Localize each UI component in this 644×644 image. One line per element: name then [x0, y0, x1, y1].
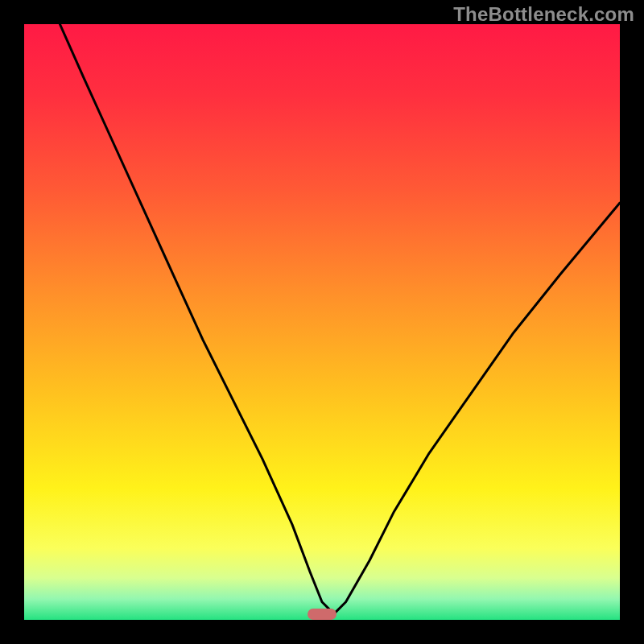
bottleneck-curve	[24, 24, 620, 620]
plot-area	[24, 24, 620, 620]
curve-path	[60, 24, 620, 614]
optimal-marker	[308, 609, 336, 620]
watermark-text: TheBottleneck.com	[453, 3, 634, 26]
chart-frame: TheBottleneck.com	[0, 0, 644, 644]
